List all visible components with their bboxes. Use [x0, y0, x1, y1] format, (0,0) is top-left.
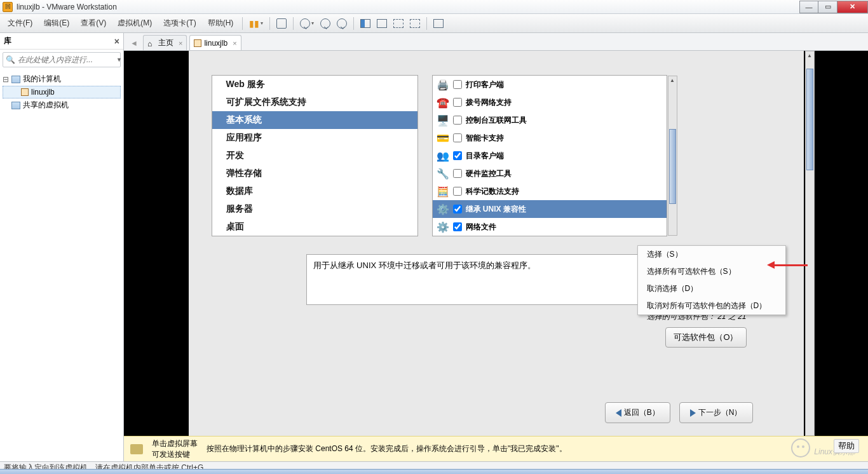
category-item[interactable]: 基本系统: [212, 111, 417, 129]
back-button[interactable]: 返回（B）: [605, 402, 670, 423]
category-item[interactable]: 数据库: [212, 182, 417, 200]
vm-icon: [194, 39, 201, 47]
scrollbar[interactable]: ▲: [668, 76, 677, 236]
main-area: 库 × 🔍 ▼ ⊟ 我的计算机 linuxjlb 共享的虚拟机: [0, 33, 868, 461]
separator: [269, 17, 270, 30]
package-checkbox[interactable]: [453, 222, 462, 231]
package-list[interactable]: 🖨️打印客户端☎️拨号网络支持🖥️控制台互联网工具💳智能卡支持👥目录客户端🔧硬件…: [432, 75, 667, 236]
scroll-thumb[interactable]: [806, 69, 813, 170]
search-input[interactable]: [18, 55, 114, 64]
tab-linuxjlb[interactable]: linuxjlb ×: [189, 35, 241, 50]
tab-label: linuxjlb: [204, 39, 227, 48]
tree-vm-linuxjlb[interactable]: linuxjlb: [3, 86, 121, 98]
wizard-nav: 返回（B） 下一步（N）: [605, 402, 753, 423]
package-checkbox[interactable]: [453, 205, 462, 213]
ctx-select-all-optional[interactable]: 选择所有可选软件包（S）: [638, 263, 785, 280]
package-checkbox[interactable]: [453, 116, 462, 125]
category-item[interactable]: Web 服务: [212, 76, 417, 93]
package-item[interactable]: 🧮科学记数法支持: [433, 182, 667, 200]
windows-taskbar[interactable]: [0, 469, 868, 474]
close-button[interactable]: ✕: [837, 1, 868, 13]
package-label: 打印客户端: [466, 79, 504, 90]
menu-edit[interactable]: 编辑(E): [39, 15, 74, 31]
snapshot-manager-button[interactable]: [334, 16, 349, 31]
sidebar-title: 库: [4, 36, 11, 46]
library-tree: ⊟ 我的计算机 linuxjlb 共享的虚拟机: [0, 70, 123, 114]
package-label: 拨号网络支持: [466, 97, 512, 108]
view-thumb-button[interactable]: [374, 16, 390, 31]
revert-snapshot-button[interactable]: [318, 16, 333, 31]
arrow-left-icon: [616, 409, 621, 417]
maximize-button[interactable]: ▭: [818, 1, 837, 13]
package-label: 控制台互联网工具: [466, 115, 527, 126]
view-unity-button[interactable]: [431, 16, 446, 31]
ctx-deselect-all-optional[interactable]: 取消对所有可选软件包的选择（D）: [638, 297, 785, 315]
minimize-button[interactable]: —: [799, 1, 818, 13]
search-dropdown-icon[interactable]: ▼: [116, 57, 122, 63]
tab-home[interactable]: ⌂ 主页 ×: [143, 35, 187, 50]
package-item[interactable]: 💳智能卡支持: [433, 129, 667, 147]
tab-nav-back[interactable]: ◄: [128, 36, 140, 50]
sidebar-close-icon[interactable]: ×: [114, 36, 119, 46]
package-icon: 🖥️: [437, 114, 449, 126]
tab-close-icon[interactable]: ×: [179, 39, 182, 47]
package-checkbox[interactable]: [453, 151, 462, 160]
package-checkbox[interactable]: [453, 187, 462, 196]
menu-help[interactable]: 帮助(H): [203, 15, 239, 31]
package-checkbox[interactable]: [453, 98, 462, 107]
pause-button[interactable]: ▮▮: [247, 16, 266, 31]
tree-label: 共享的虚拟机: [23, 100, 69, 111]
ctx-deselect[interactable]: 取消选择（D）: [638, 280, 785, 297]
category-item[interactable]: 开发: [212, 147, 417, 165]
context-menu: 选择（S） 选择所有可选软件包（S） 取消选择（D） 取消对所有可选软件包的选择…: [637, 245, 786, 315]
view-fullscreen-button[interactable]: [407, 16, 423, 31]
help-button[interactable]: 帮助: [834, 439, 859, 453]
package-item[interactable]: ⚙️继承 UNIX 兼容性: [433, 200, 667, 218]
menubar: 文件(F) 编辑(E) 查看(V) 虚拟机(M) 选项卡(T) 帮助(H) ▮▮: [0, 14, 868, 33]
snapshot-button[interactable]: [297, 16, 316, 31]
scroll-up-icon[interactable]: ▲: [806, 51, 814, 60]
package-item[interactable]: 🔧硬件监控工具: [433, 165, 667, 182]
menu-vm[interactable]: 虚拟机(M): [112, 15, 157, 31]
package-checkbox[interactable]: [453, 169, 462, 178]
category-item[interactable]: 服务器: [212, 200, 417, 218]
package-label: 网络文件: [466, 222, 496, 233]
package-icon: 💳: [437, 132, 449, 144]
category-item[interactable]: 弹性存储: [212, 165, 417, 182]
collapse-icon[interactable]: ⊟: [3, 75, 9, 84]
tree-shared-vms[interactable]: 共享的虚拟机: [3, 98, 121, 112]
send-key-button[interactable]: [274, 16, 289, 31]
scroll-up-icon[interactable]: ▲: [668, 76, 677, 85]
menu-view[interactable]: 查看(V): [76, 15, 111, 31]
view-sidebar-button[interactable]: [358, 16, 373, 31]
category-item[interactable]: 应用程序: [212, 129, 417, 147]
vm-console[interactable]: Web 服务可扩展文件系统支持基本系统应用程序开发弹性存储数据库服务器桌面 ▲ …: [124, 51, 868, 436]
package-checkbox[interactable]: [453, 80, 462, 89]
separator: [293, 17, 294, 30]
scrollbar[interactable]: ▲: [805, 51, 815, 436]
package-item[interactable]: ☎️拨号网络支持: [433, 93, 667, 111]
category-item[interactable]: 桌面: [212, 218, 417, 236]
optional-packages-button[interactable]: 可选软件包（O）: [665, 327, 746, 348]
menu-file[interactable]: 文件(F): [3, 15, 37, 31]
scroll-thumb[interactable]: [669, 129, 676, 204]
package-item[interactable]: 🖥️控制台互联网工具: [433, 111, 667, 129]
shared-icon: [11, 102, 20, 109]
menu-tabs[interactable]: 选项卡(T): [158, 15, 201, 31]
separator: [353, 17, 354, 30]
sidebar-header: 库 ×: [0, 33, 123, 50]
category-item[interactable]: 可扩展文件系统支持: [212, 93, 417, 111]
tree-my-computer[interactable]: ⊟ 我的计算机: [3, 72, 121, 86]
package-item[interactable]: 🖨️打印客户端: [433, 76, 667, 93]
category-list[interactable]: Web 服务可扩展文件系统支持基本系统应用程序开发弹性存储数据库服务器桌面 ▲: [212, 75, 418, 236]
package-checkbox[interactable]: [453, 133, 462, 142]
package-item[interactable]: 👥目录客户端: [433, 147, 667, 165]
next-button[interactable]: 下一步（N）: [679, 402, 753, 423]
package-item[interactable]: ⚙️网络文件: [433, 218, 667, 236]
window-controls: — ▭ ✕: [799, 1, 868, 13]
sidebar-search[interactable]: 🔍 ▼: [3, 52, 121, 67]
view-stretch-button[interactable]: [391, 16, 406, 31]
tab-close-icon[interactable]: ×: [233, 39, 236, 47]
ctx-select[interactable]: 选择（S）: [638, 246, 785, 263]
content: ◄ ⌂ 主页 × linuxjlb × Web 服务可扩展文件系统支持基本系统应…: [124, 33, 868, 461]
